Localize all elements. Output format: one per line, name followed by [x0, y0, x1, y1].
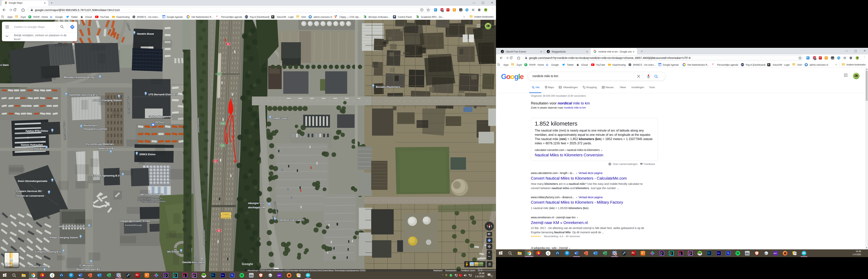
svg-text:RDW Keuringsstation: RDW Keuringsstation: [59, 225, 85, 228]
svg-text:E25: E25: [221, 122, 225, 125]
svg-text:Cuijpers Services BV -: Cuijpers Services BV -: [16, 190, 43, 193]
svg-text:ERIKS Elsloo: ERIKS Elsloo: [140, 153, 155, 156]
svg-text:Winkel voor vervoer- en: Winkel voor vervoer- en: [141, 197, 162, 199]
svg-text:Stralen en conserveren: Stralen en conserveren: [16, 194, 44, 197]
svg-text:S: S: [260, 274, 261, 277]
svg-text:Allego Charging Station: Allego Charging Station: [50, 236, 78, 239]
svg-text:Limpens Elsloo: Limpens Elsloo: [29, 265, 48, 268]
svg-text:Doen Uitzendorganisatie: Doen Uitzendorganisatie: [18, 180, 47, 183]
svg-text:Mosadex Automatisering: Mosadex Automatisering: [64, 76, 94, 79]
svg-text:Peinemann: Peinemann: [84, 124, 97, 127]
svg-text:Gerken Hoogwerker: Gerken Hoogwerker: [149, 115, 173, 118]
svg-text:Devotie kruisbeeld: Devotie kruisbeeld: [182, 261, 205, 264]
svg-text:Hendrix Bouw: Hendrix Bouw: [137, 32, 154, 35]
svg-text:Applus RTD Elsloo: Applus RTD Elsloo: [25, 129, 48, 132]
svg-text:Hoogwerksystemen: Hoogwerksystemen: [84, 127, 107, 130]
svg-text:Elsloo Engineering B.V: Elsloo Engineering B.V: [92, 174, 120, 177]
svg-text:Apotheek Voorzorg B.V: Apotheek Voorzorg B.V: [69, 93, 97, 96]
svg-text:A2: A2: [214, 160, 217, 162]
svg-text:Bouwmaterialen BV: Bouwmaterialen BV: [76, 268, 100, 271]
svg-text:Chemelot site (Gate 7): Chemelot site (Gate 7): [278, 219, 304, 221]
svg-text:Elsloo BV: Elsloo BV: [32, 147, 43, 150]
svg-text:VMT ECOPACK B.V: VMT ECOPACK B.V: [140, 193, 163, 196]
svg-text:E25: E25: [221, 145, 224, 147]
svg-text:S: S: [756, 252, 757, 255]
svg-text:Nederland BV: Nederland BV: [98, 147, 115, 150]
svg-text:Borealis Plastomers: Borealis Plastomers: [376, 86, 400, 88]
svg-text:A2: A2: [227, 43, 229, 45]
svg-text:E25: E25: [218, 73, 221, 75]
svg-text:Ids Elsloo: Ids Elsloo: [167, 250, 179, 253]
svg-text:SABIC Gate 7: SABIC Gate 7: [273, 117, 289, 120]
svg-text:Knooppunt: Knooppunt: [222, 213, 230, 215]
svg-text:atschappij VM: atschappij VM: [248, 206, 265, 209]
svg-text:UTS Bernardt Elsloo B.V: UTS Bernardt Elsloo B.V: [148, 93, 178, 96]
svg-text:✝: ✝: [201, 258, 203, 259]
svg-text:Damen Hydrauliek: Damen Hydrauliek: [21, 143, 43, 146]
svg-text:S: S: [446, 274, 446, 276]
svg-text:verpakkingsbenodigdheden: verpakkingsbenodigdheden: [141, 200, 166, 203]
svg-text:G. Wijnands: G. Wijnands: [80, 264, 94, 267]
svg-text:thyssenkrupp Materials: thyssenkrupp Materials: [86, 143, 114, 146]
svg-text:Verhuur: Verhuur: [155, 121, 165, 123]
svg-text:Vakgarage Elsloo - Ernes: Vakgarage Elsloo - Ernes: [120, 219, 150, 222]
svg-text:Autobedrijf/Garage: Autobedrijf/Garage: [125, 224, 142, 226]
svg-text:ev-box Charging Station: ev-box Charging Station: [93, 99, 122, 102]
svg-text:Limpens Holding B.V: Limpens Holding B.V: [35, 250, 61, 253]
svg-text:A2: A2: [218, 229, 220, 232]
svg-text:Kerensheide: Kerensheide: [222, 216, 230, 218]
svg-text:n Stein: n Stein: [0, 64, 9, 66]
svg-text:mburgse Vinyl: mburgse Vinyl: [248, 202, 265, 205]
